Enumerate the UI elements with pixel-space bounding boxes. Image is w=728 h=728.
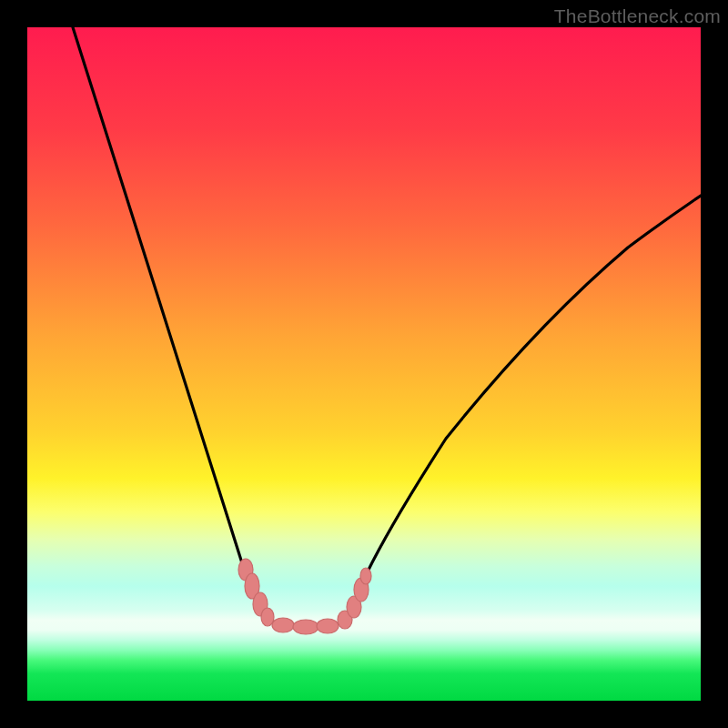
bead-floor-2 xyxy=(293,620,318,634)
curve-svg xyxy=(27,27,701,701)
main-curve-path xyxy=(73,27,701,627)
bead-right-4 xyxy=(360,568,371,584)
plot-area xyxy=(27,27,701,701)
chart-frame: TheBottleneck.com xyxy=(0,0,728,728)
attribution-text: TheBottleneck.com xyxy=(554,5,721,27)
bead-floor-3 xyxy=(317,619,339,633)
bead-floor-1 xyxy=(272,618,294,632)
bead-cluster xyxy=(238,559,371,634)
